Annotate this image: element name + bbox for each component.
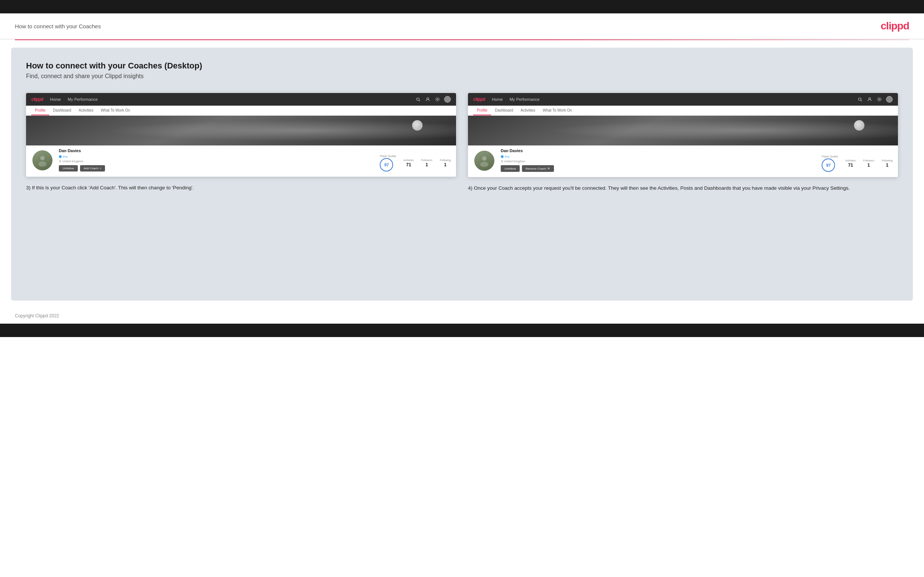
app-stats-1: Player Quality 97 Activities 71 Follower… xyxy=(380,152,451,171)
search-icon-2 xyxy=(857,96,863,102)
svg-point-11 xyxy=(858,98,861,100)
app-banner-2 xyxy=(468,116,898,145)
tab-what-to-work-on-2[interactable]: What To Work On xyxy=(539,106,576,115)
banner-overlay-1 xyxy=(26,116,456,145)
add-coach-button-1[interactable]: Add Coach + xyxy=(80,165,105,171)
stat-following-value-1: 1 xyxy=(439,162,451,168)
tab-activities-2[interactable]: Activities xyxy=(517,106,539,115)
screenshots-row: clippd Home My Performance xyxy=(26,93,898,192)
avatar-figure-2 xyxy=(474,151,494,171)
stat-followers-value-2: 1 xyxy=(863,163,874,168)
caption-1: 3) If this is your Coach click 'Add Coac… xyxy=(26,184,456,192)
app-profile-section-2: Dan Davies ✓ Pro United Kingdom Unfollow xyxy=(468,145,898,177)
tab-dashboard-1[interactable]: Dashboard xyxy=(49,106,75,115)
svg-point-14 xyxy=(879,98,880,100)
stat-activities-label-2: Activities xyxy=(845,159,856,162)
user-icon-2 xyxy=(867,96,872,102)
stat-activities-2: Activities 71 xyxy=(845,159,856,168)
app-nav-logo-2: clippd xyxy=(473,97,485,102)
stat-followers-value-1: 1 xyxy=(421,162,432,168)
svg-point-17 xyxy=(480,162,488,167)
bottom-bar xyxy=(0,324,924,337)
svg-point-4 xyxy=(436,97,439,101)
stat-pq-label-2: Player Quality xyxy=(822,155,838,158)
stat-following-label-1: Following xyxy=(439,159,451,161)
banner-overlay-2 xyxy=(468,116,898,145)
svg-text:✓: ✓ xyxy=(501,155,503,158)
close-icon-2: ✕ xyxy=(547,167,550,170)
svg-point-16 xyxy=(482,156,486,161)
remove-coach-button-2[interactable]: Remove Coach ✕ xyxy=(522,165,554,172)
svg-point-15 xyxy=(877,97,881,101)
stat-activities-value-1: 71 xyxy=(404,162,414,168)
unfollow-button-2[interactable]: Unfollow xyxy=(501,165,520,172)
footer: Copyright Clippd 2022 xyxy=(0,308,924,324)
svg-text:✓: ✓ xyxy=(60,155,61,158)
svg-point-5 xyxy=(40,156,45,160)
avatar-wrap-1 xyxy=(31,149,53,171)
app-nav-performance-2: My Performance xyxy=(510,97,540,102)
stat-followers-label-2: Followers xyxy=(863,159,874,162)
app-nav-logo-1: clippd xyxy=(31,97,43,102)
stat-activities-label-1: Activities xyxy=(404,159,414,161)
tab-dashboard-2[interactable]: Dashboard xyxy=(491,106,517,115)
profile-badge-1: ✓ Pro xyxy=(59,155,67,158)
app-profile-section-1: Dan Davies ✓ Pro United Kingdom Unfollow… xyxy=(26,145,456,177)
stat-activities-value-2: 71 xyxy=(845,163,856,168)
stat-following-1: Following 1 xyxy=(439,159,451,168)
app-tabs-2: Profile Dashboard Activities What To Wor… xyxy=(468,106,898,116)
profile-info-2: Dan Davies ✓ Pro United Kingdom Unfollow xyxy=(501,145,816,172)
app-nav-1: clippd Home My Performance xyxy=(26,93,456,106)
logo: clippd xyxy=(881,20,909,32)
user-icon-1 xyxy=(425,96,431,102)
svg-line-12 xyxy=(861,100,862,101)
profile-buttons-1: Unfollow Add Coach + xyxy=(59,165,375,171)
screenshot-block-1: clippd Home My Performance xyxy=(26,93,456,192)
app-stats-2: Player Quality 97 Activities 71 Follower… xyxy=(822,152,893,172)
profile-location-1: United Kingdom xyxy=(59,160,375,163)
profile-info-1: Dan Davies ✓ Pro United Kingdom Unfollow… xyxy=(59,145,375,171)
tab-profile-2[interactable]: Profile xyxy=(473,106,491,115)
tab-profile-1[interactable]: Profile xyxy=(31,106,49,115)
settings-icon-1 xyxy=(435,96,440,102)
avatar-wrap-2 xyxy=(473,150,496,172)
caption-2: 4) Once your Coach accepts your request … xyxy=(468,185,898,192)
app-nav-2: clippd Home My Performance xyxy=(468,93,898,106)
add-icon-1: + xyxy=(99,167,101,170)
avatar-figure-1 xyxy=(32,150,52,170)
page-subheading: Find, connect and share your Clippd insi… xyxy=(26,73,898,80)
player-quality-circle-1: 97 xyxy=(380,158,393,171)
header-title: How to connect with your Coaches xyxy=(15,23,101,29)
stat-player-quality-2: Player Quality 97 xyxy=(822,155,838,172)
svg-point-9 xyxy=(60,160,61,162)
user-avatar-1 xyxy=(444,96,451,103)
svg-point-20 xyxy=(501,160,503,162)
top-bar xyxy=(0,0,924,13)
stat-following-2: Following 1 xyxy=(882,159,893,168)
app-banner-1 xyxy=(26,116,456,145)
stat-followers-label-1: Followers xyxy=(421,159,432,161)
tab-activities-1[interactable]: Activities xyxy=(75,106,97,115)
app-nav-icons-2 xyxy=(857,96,893,103)
stat-player-quality-1: Player Quality 97 xyxy=(380,155,396,171)
profile-badge-2: ✓ Pro xyxy=(501,155,509,158)
profile-name-1: Dan Davies xyxy=(59,148,375,153)
svg-point-0 xyxy=(417,98,419,100)
svg-point-3 xyxy=(437,98,438,100)
stat-pq-label-1: Player Quality xyxy=(380,155,396,157)
svg-line-1 xyxy=(419,100,420,101)
profile-location-2: United Kingdom xyxy=(501,160,816,163)
app-nav-icons-1 xyxy=(415,96,451,103)
app-nav-home-1: Home xyxy=(50,97,61,102)
svg-point-13 xyxy=(869,98,871,100)
search-icon-1 xyxy=(415,96,421,102)
page-heading: How to connect with your Coaches (Deskto… xyxy=(26,61,898,71)
screenshot-frame-2: clippd Home My Performance xyxy=(468,93,898,177)
stat-following-value-2: 1 xyxy=(882,163,893,168)
avatar-2 xyxy=(473,150,496,172)
user-avatar-2 xyxy=(886,96,893,103)
stat-activities-1: Activities 71 xyxy=(404,159,414,168)
tab-what-to-work-on-1[interactable]: What To Work On xyxy=(97,106,134,115)
unfollow-button-1[interactable]: Unfollow xyxy=(59,165,78,171)
moon-shape-2 xyxy=(854,120,864,131)
